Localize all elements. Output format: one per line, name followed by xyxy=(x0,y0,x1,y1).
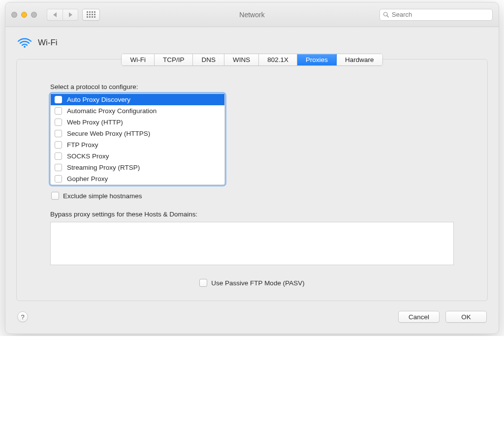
protocol-label: FTP Proxy xyxy=(67,141,98,149)
checkbox-box[interactable] xyxy=(51,192,59,200)
ok-button[interactable]: OK xyxy=(445,311,487,323)
protocol-label: Automatic Proxy Configuration xyxy=(67,107,157,115)
tabs: Wi-Fi TCP/IP DNS WINS 802.1X Proxies Har… xyxy=(16,54,488,66)
preferences-window: Network Wi-Fi Wi-Fi TCP/IP DNS xyxy=(5,2,499,334)
protocol-label: SOCKS Proxy xyxy=(67,152,109,160)
footer: ? Cancel OK xyxy=(16,311,488,325)
help-icon: ? xyxy=(21,313,24,321)
wifi-icon xyxy=(17,37,32,49)
protocol-label: Gopher Proxy xyxy=(67,175,108,182)
protocol-label: Web Proxy (HTTP) xyxy=(67,119,123,126)
protocol-label: Secure Web Proxy (HTTPS) xyxy=(67,130,150,137)
protocol-checkbox[interactable] xyxy=(55,119,62,126)
chevron-right-icon xyxy=(69,12,72,17)
tab-8021x[interactable]: 802.1X xyxy=(259,54,297,65)
cancel-button[interactable]: Cancel xyxy=(398,311,440,323)
svg-point-2 xyxy=(24,46,26,48)
window-controls xyxy=(11,12,37,18)
proxies-panel: Select a protocol to configure: Auto Pro… xyxy=(16,59,488,301)
bypass-textarea[interactable] xyxy=(50,222,454,265)
protocol-checkbox[interactable] xyxy=(55,175,62,182)
tab-dns[interactable]: DNS xyxy=(193,54,224,65)
tab-wifi[interactable]: Wi-Fi xyxy=(122,54,154,65)
search-icon xyxy=(383,11,389,18)
checkbox-label: Use Passive FTP Mode (PASV) xyxy=(211,279,304,287)
minimize-window-button[interactable] xyxy=(21,12,27,18)
pane-title: Wi-Fi xyxy=(38,38,58,48)
protocol-list[interactable]: Auto Proxy Discovery Automatic Proxy Con… xyxy=(50,93,225,185)
protocol-checkbox[interactable] xyxy=(55,130,62,137)
search-field[interactable] xyxy=(379,9,493,21)
protocol-checkbox[interactable] xyxy=(55,141,62,149)
protocol-row-https[interactable]: Secure Web Proxy (HTTPS) xyxy=(51,128,224,139)
checkbox-box[interactable] xyxy=(199,279,207,287)
chevron-left-icon xyxy=(53,12,57,17)
protocol-label: Auto Proxy Discovery xyxy=(67,96,130,103)
protocol-row-rtsp[interactable]: Streaming Proxy (RTSP) xyxy=(51,162,224,173)
back-button[interactable] xyxy=(47,9,63,21)
tab-wins[interactable]: WINS xyxy=(224,54,259,65)
svg-line-1 xyxy=(387,16,388,17)
search-input[interactable] xyxy=(391,10,489,19)
pane-header: Wi-Fi xyxy=(16,34,488,52)
protocol-row-gopher[interactable]: Gopher Proxy xyxy=(51,173,224,184)
titlebar: Network xyxy=(5,2,499,27)
forward-button[interactable] xyxy=(63,9,78,21)
protocol-checkbox[interactable] xyxy=(55,164,62,171)
tab-proxies[interactable]: Proxies xyxy=(297,54,337,65)
tab-tcpip[interactable]: TCP/IP xyxy=(155,54,193,65)
help-button[interactable]: ? xyxy=(17,311,28,322)
protocol-checkbox[interactable] xyxy=(55,107,62,115)
exclude-simple-hostnames-checkbox[interactable]: Exclude simple hostnames xyxy=(51,192,454,200)
protocol-section-label: Select a protocol to configure: xyxy=(50,83,454,91)
bypass-label: Bypass proxy settings for these Hosts & … xyxy=(50,211,454,218)
protocol-row-socks[interactable]: SOCKS Proxy xyxy=(51,151,224,162)
passive-ftp-checkbox[interactable]: Use Passive FTP Mode (PASV) xyxy=(50,279,454,287)
protocol-row-http[interactable]: Web Proxy (HTTP) xyxy=(51,117,224,128)
footer-buttons: Cancel OK xyxy=(398,311,487,323)
protocol-row-auto-discovery[interactable]: Auto Proxy Discovery xyxy=(51,94,224,105)
show-all-button[interactable] xyxy=(82,9,100,21)
close-window-button[interactable] xyxy=(11,12,17,18)
protocol-checkbox[interactable] xyxy=(55,96,62,103)
tab-hardware[interactable]: Hardware xyxy=(337,54,382,65)
grid-icon xyxy=(87,11,95,18)
protocol-checkbox[interactable] xyxy=(55,152,62,160)
nav-back-forward xyxy=(47,9,78,21)
protocol-label: Streaming Proxy (RTSP) xyxy=(67,164,140,171)
tab-bar: Wi-Fi TCP/IP DNS WINS 802.1X Proxies Har… xyxy=(121,54,382,66)
checkbox-label: Exclude simple hostnames xyxy=(63,192,142,200)
maximize-window-button[interactable] xyxy=(31,12,37,18)
protocol-row-ftp[interactable]: FTP Proxy xyxy=(51,139,224,151)
content-area: Wi-Fi Wi-Fi TCP/IP DNS WINS 802.1X Proxi… xyxy=(5,27,499,334)
protocol-row-auto-config[interactable]: Automatic Proxy Configuration xyxy=(51,105,224,117)
